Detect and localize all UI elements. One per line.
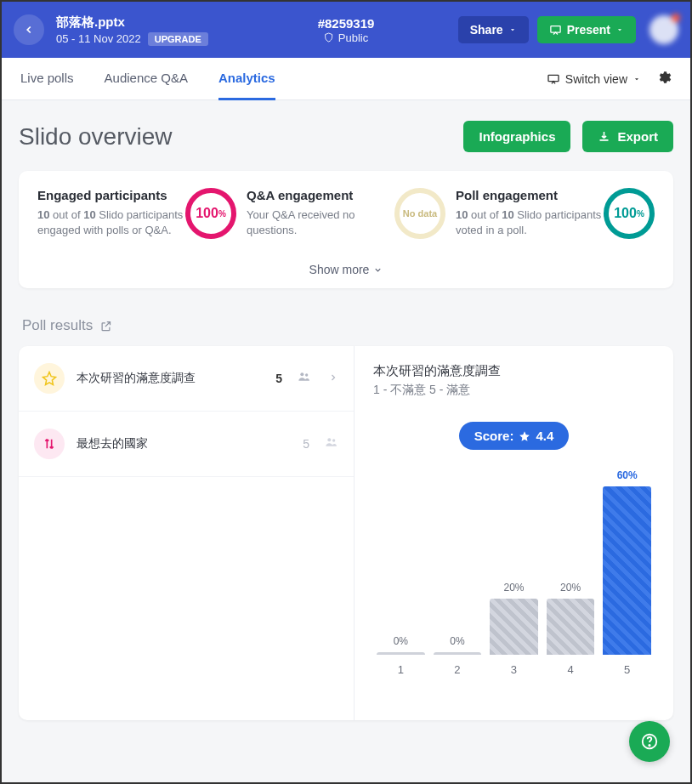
qa-ring: No data <box>394 188 445 239</box>
page-title: Slido overview <box>19 123 173 151</box>
switch-view-button[interactable]: Switch view <box>547 72 641 86</box>
score-pill: Score: 4.4 <box>459 422 570 450</box>
poll-detail: 本次研習的滿意度調查 1 - 不滿意 5 - 滿意 Score: 4.4 0%1… <box>355 346 673 720</box>
present-button[interactable]: Present <box>537 16 636 43</box>
metric-desc: 10 out of 10 Slido participants engaged … <box>37 207 185 237</box>
bar-rect <box>603 486 651 655</box>
metric-engaged: Engaged participants 10 out of 10 Slido … <box>37 188 236 247</box>
svg-point-7 <box>649 745 649 746</box>
caret-down-icon <box>632 75 641 83</box>
presentation-icon <box>549 24 562 37</box>
chevron-down-icon <box>373 265 383 275</box>
event-id: #8259319 <box>318 16 375 31</box>
bar-rect <box>490 599 538 655</box>
people-icon <box>298 370 311 387</box>
upgrade-badge[interactable]: UPGRADE <box>148 32 208 46</box>
export-button[interactable]: Export <box>582 121 673 152</box>
poll-detail-subtitle: 1 - 不滿意 5 - 滿意 <box>373 383 655 398</box>
bar-rect <box>547 599 595 655</box>
metric-title: Poll engagement <box>456 188 604 202</box>
metric-desc: 10 out of 10 Slido participants voted in… <box>456 207 604 237</box>
bar-category-label: 3 <box>511 663 517 676</box>
chart-bar: 20%3 <box>490 582 538 676</box>
star-icon <box>34 363 65 394</box>
poll-ring: 100% <box>604 188 655 239</box>
shield-icon <box>324 32 334 43</box>
metric-title: Q&A engagement <box>247 188 394 202</box>
caret-down-icon <box>508 26 517 34</box>
gear-icon <box>656 70 672 85</box>
metric-qa: Q&A engagement Your Q&A received no ques… <box>247 188 445 247</box>
chart-area: 0%10%220%320%460%5 <box>373 480 655 676</box>
header-center: #8259319 Public <box>318 16 375 44</box>
caret-down-icon <box>615 26 624 34</box>
metric-poll: Poll engagement 10 out of 10 Slido parti… <box>456 188 655 247</box>
svg-point-5 <box>332 439 335 441</box>
visibility-label: Public <box>338 31 368 44</box>
poll-item-rating[interactable]: 本次研習的滿意度調查 5 <box>19 346 354 412</box>
poll-item-label: 最想去的國家 <box>77 436 291 452</box>
chart-bar: 0%2 <box>434 635 482 676</box>
bar-value-label: 0% <box>394 635 408 647</box>
switch-view-label: Switch view <box>565 72 627 86</box>
poll-results-header: Poll results <box>22 317 673 334</box>
app-header: 部落格.pptx 05 - 11 Nov 2022 UPGRADE #82593… <box>2 2 690 58</box>
bar-value-label: 20% <box>503 582 524 594</box>
poll-item-count: 5 <box>275 372 282 385</box>
svg-point-4 <box>327 438 331 441</box>
bar-category-label: 1 <box>398 663 404 676</box>
help-button[interactable] <box>629 721 670 762</box>
chart-bar: 20%4 <box>547 582 595 676</box>
header-left: 部落格.pptx 05 - 11 Nov 2022 UPGRADE <box>56 14 208 46</box>
poll-detail-title: 本次研習的滿意度調查 <box>373 363 655 379</box>
content-area: Slido overview Infographics Export Engag… <box>2 100 690 741</box>
tab-live-polls[interactable]: Live polls <box>20 58 74 100</box>
poll-item-ranking[interactable]: 最想去的國家 5 <box>19 412 354 477</box>
help-icon <box>640 732 659 751</box>
bar-value-label: 20% <box>560 582 581 594</box>
bar-value-label: 0% <box>450 635 464 647</box>
poll-item-count: 5 <box>303 437 309 451</box>
avatar[interactable] <box>649 15 678 44</box>
metric-desc: Your Q&A received no questions. <box>247 207 394 237</box>
people-icon <box>325 435 338 452</box>
settings-button[interactable] <box>656 70 672 88</box>
bar-rect <box>434 652 482 655</box>
show-more-button[interactable]: Show more <box>37 247 655 288</box>
infographics-button[interactable]: Infographics <box>463 121 570 152</box>
present-label: Present <box>567 23 610 37</box>
star-fill-icon <box>519 430 530 442</box>
back-button[interactable] <box>14 14 44 45</box>
tab-audience-qa[interactable]: Audience Q&A <box>105 58 188 100</box>
tab-bar: Live polls Audience Q&A Analytics Switch… <box>2 58 690 100</box>
tab-analytics[interactable]: Analytics <box>218 58 275 100</box>
chart-bar: 0%1 <box>377 635 425 676</box>
header-right: Share Present <box>458 15 678 44</box>
file-title: 部落格.pptx <box>56 14 125 31</box>
poll-list: 本次研習的滿意度調查 5 最想去的國家 5 <box>19 346 355 720</box>
date-range: 05 - 11 Nov 2022 <box>56 32 141 45</box>
bar-value-label: 60% <box>617 469 638 481</box>
external-link-icon[interactable] <box>99 320 112 332</box>
chart-bar: 60%5 <box>603 469 651 676</box>
sort-icon <box>34 429 65 459</box>
presentation-outline-icon <box>547 72 560 86</box>
share-button[interactable]: Share <box>458 16 529 43</box>
overview-card: Engaged participants 10 out of 10 Slido … <box>19 171 673 288</box>
share-label: Share <box>470 23 503 37</box>
bar-rect <box>377 652 425 655</box>
svg-point-3 <box>305 373 308 376</box>
metric-title: Engaged participants <box>37 188 185 202</box>
chevron-right-icon <box>328 371 338 386</box>
bar-category-label: 5 <box>624 663 630 676</box>
download-icon <box>598 130 610 143</box>
engaged-ring: 100% <box>185 188 236 239</box>
svg-rect-0 <box>551 26 560 32</box>
chevron-left-icon <box>23 24 35 36</box>
bar-category-label: 2 <box>454 663 460 676</box>
svg-point-2 <box>300 372 303 376</box>
poll-item-label: 本次研習的滿意度調查 <box>77 371 264 386</box>
poll-panel: 本次研習的滿意度調查 5 最想去的國家 5 本次研習的滿意度調查 1 - 不滿意… <box>19 346 673 720</box>
bar-category-label: 4 <box>567 663 573 676</box>
